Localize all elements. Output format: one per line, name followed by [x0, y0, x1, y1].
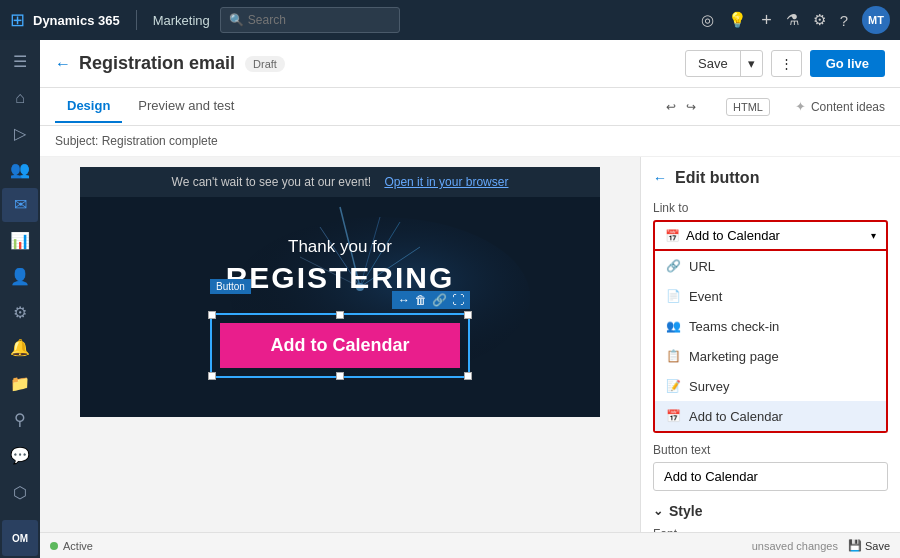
delete-icon[interactable]: 🗑 [415, 293, 427, 307]
sidebar-contacts-icon[interactable]: 👥 [2, 152, 38, 186]
link-to-label: Link to [653, 201, 888, 215]
dropdown-item-marketing[interactable]: 📋 Marketing page [655, 341, 886, 371]
status-save-button[interactable]: 💾 Save [848, 539, 890, 552]
sidebar-folder-icon[interactable]: 📁 [2, 367, 38, 401]
status-save-label: Save [865, 540, 890, 552]
redo-icon: ↪ [686, 100, 696, 114]
style-section-header[interactable]: ⌄ Style [653, 503, 888, 519]
sidebar-expand-icon[interactable]: ⬡ [2, 474, 38, 510]
dynamics-icon: ⊞ [10, 9, 25, 31]
button-row: ↔ 🗑 🔗 ⛶ Button [210, 313, 470, 378]
button-container[interactable]: ↔ 🗑 🔗 ⛶ Button [210, 313, 470, 378]
handle-br[interactable] [464, 372, 472, 380]
bulb-icon[interactable]: 💡 [728, 11, 747, 29]
save-disk-icon: 💾 [848, 539, 862, 552]
sidebar-analytics-icon[interactable]: 📊 [2, 224, 38, 258]
more-options-button[interactable]: ⋮ [771, 50, 802, 77]
filter-icon[interactable]: ⚗ [786, 11, 799, 29]
sidebar-user-icon[interactable]: 👤 [2, 260, 38, 294]
dropdown-selected-value: Add to Calendar [686, 228, 780, 243]
draft-badge: Draft [245, 56, 285, 72]
dropdown-item-url[interactable]: 🔗 URL [655, 251, 886, 281]
html-button[interactable]: HTML [726, 98, 770, 116]
search-input[interactable] [248, 13, 388, 27]
link-icon[interactable]: 🔗 [432, 293, 447, 307]
dropdown-arrow-icon: ▾ [871, 230, 876, 241]
sidebar-bell-icon[interactable]: 🔔 [2, 331, 38, 365]
sparkle-icon: ✦ [795, 99, 806, 114]
link-to-section: Link to 📅 Add to Calendar ▾ 🔗 [653, 201, 888, 433]
dropdown-item-marketing-label: Marketing page [689, 349, 779, 364]
email-top-bar: We can't wait to see you at our event! O… [80, 167, 600, 197]
add-to-calendar-button[interactable]: Add to Calendar [220, 323, 460, 368]
go-live-button[interactable]: Go live [810, 50, 885, 77]
save-button-group[interactable]: Save ▾ [685, 50, 763, 77]
dropdown-item-event-label: Event [689, 289, 722, 304]
help-icon[interactable]: ? [840, 12, 848, 29]
subject-value: Registration complete [102, 134, 218, 148]
button-text-label: Button text [653, 443, 888, 457]
plus-icon[interactable]: + [761, 10, 772, 31]
handle-bl[interactable] [208, 372, 216, 380]
content-ideas-label: Content ideas [811, 100, 885, 114]
link-to-dropdown[interactable]: 📅 Add to Calendar ▾ [653, 220, 888, 251]
content-ideas-button[interactable]: ✦ Content ideas [795, 99, 885, 114]
button-text-input[interactable] [653, 462, 888, 491]
save-dropdown-arrow[interactable]: ▾ [740, 51, 762, 76]
right-panel: ← Edit button Link to 📅 Add to Calendar … [640, 157, 900, 558]
main-area: ← Registration email Draft Save ▾ ⋮ Go l… [40, 40, 900, 558]
panel-title: Edit button [675, 169, 759, 187]
sidebar-menu-icon[interactable]: ☰ [2, 45, 38, 79]
redo-button[interactable]: ↪ [686, 100, 696, 114]
handle-tl[interactable] [208, 311, 216, 319]
status-bar: Active unsaved changes 💾 Save [40, 532, 900, 558]
sidebar-play-icon[interactable]: ▷ [2, 117, 38, 151]
status-active-indicator: Active [50, 540, 93, 552]
undo-button[interactable]: ↩ [666, 100, 676, 114]
sidebar-chat-icon[interactable]: 💬 [2, 438, 38, 472]
brand-area: ⊞ Dynamics 365 Marketing [10, 9, 210, 31]
email-preview: We can't wait to see you at our event! O… [80, 167, 600, 417]
hero-overlay: Thank you for REGISTERING ↔ 🗑 🔗 ⛶ [80, 197, 600, 417]
dropdown-menu: 🔗 URL 📄 Event 👥 Teams check-in 📋 [653, 251, 888, 433]
target-icon[interactable]: ◎ [701, 11, 714, 29]
back-button[interactable]: ← [55, 55, 71, 73]
handle-tr[interactable] [464, 311, 472, 319]
event-icon: 📄 [665, 288, 681, 304]
status-active-label: Active [63, 540, 93, 552]
dropdown-item-event[interactable]: 📄 Event [655, 281, 886, 311]
expand-icon[interactable]: ⛶ [452, 293, 464, 307]
gear-icon[interactable]: ⚙ [813, 11, 826, 29]
dropdown-item-url-label: URL [689, 259, 715, 274]
tab-preview[interactable]: Preview and test [126, 90, 246, 123]
header-actions: Save ▾ ⋮ Go live [685, 50, 885, 77]
handle-bm[interactable] [336, 372, 344, 380]
dropdown-item-calendar[interactable]: 📅 Add to Calendar [655, 401, 886, 431]
dropdown-item-teams[interactable]: 👥 Teams check-in [655, 311, 886, 341]
search-bar[interactable]: 🔍 [220, 7, 400, 33]
brand-name: Dynamics 365 [33, 13, 120, 28]
nav-divider [136, 10, 137, 30]
open-browser-link[interactable]: Open it in your browser [384, 175, 508, 189]
dropdown-item-survey[interactable]: 📝 Survey [655, 371, 886, 401]
sidebar-search-icon[interactable]: ⚲ [2, 403, 38, 437]
email-top-text: We can't wait to see you at our event! [172, 175, 372, 189]
unsaved-changes-label: unsaved changes [752, 540, 838, 552]
subject-bar: Subject: Registration complete [40, 126, 900, 157]
tab-design[interactable]: Design [55, 90, 122, 123]
sidebar-home-icon[interactable]: ⌂ [2, 81, 38, 115]
chevron-down-icon: ⌄ [653, 504, 663, 518]
hero-text2: REGISTERING [226, 261, 455, 295]
marketing-icon: 📋 [665, 348, 681, 364]
avatar[interactable]: MT [862, 6, 890, 34]
sidebar-email-icon[interactable]: ✉ [2, 188, 38, 222]
move-icon[interactable]: ↔ [398, 293, 410, 307]
sidebar-om-icon[interactable]: OM [2, 520, 38, 556]
status-dot [50, 542, 58, 550]
link-to-dropdown-container: 📅 Add to Calendar ▾ 🔗 URL 📄 Ev [653, 220, 888, 433]
save-button-label[interactable]: Save [686, 51, 740, 76]
panel-back-button[interactable]: ← [653, 170, 667, 186]
email-canvas[interactable]: We can't wait to see you at our event! O… [40, 157, 640, 558]
sidebar-settings-icon[interactable]: ⚙ [2, 295, 38, 329]
handle-tm[interactable] [336, 311, 344, 319]
